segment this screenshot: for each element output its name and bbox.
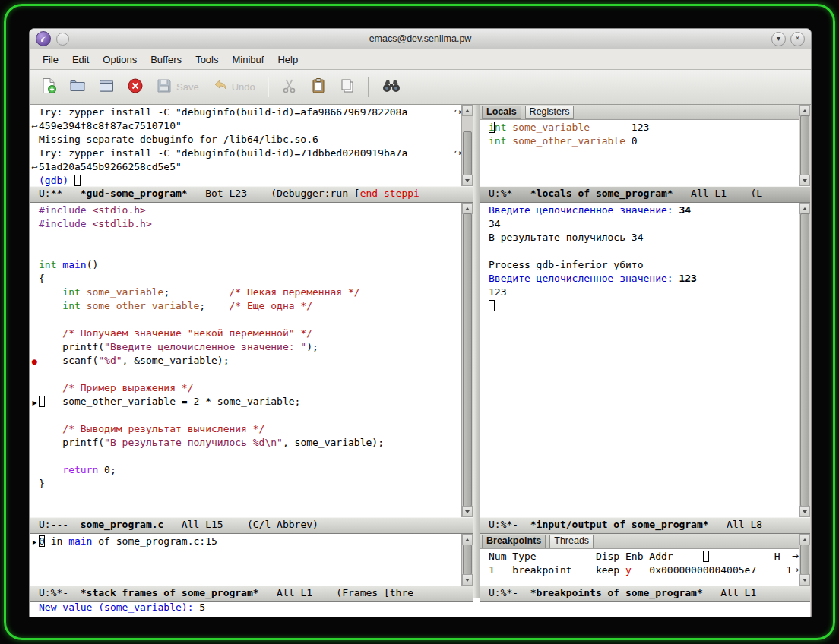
gud-modeline[interactable]: U:**- *gud-some_program* Bot L23 (Debugg… [30,186,473,203]
minibuffer[interactable]: New value (some_variable): 5 [30,598,810,617]
search-button[interactable] [376,73,407,101]
buffer-line: Try: zypper install -C "debuginfo(build-… [30,106,462,119]
fringe [480,518,489,532]
breakpoint-icon[interactable]: ● [32,355,38,368]
io-window[interactable]: Введите целочисленное значение: 3434В ре… [480,203,810,517]
breakpoints-header-line: Breakpoints Threads [480,534,799,549]
menubar: File Edit Options Buffers Tools Minibuf … [30,49,811,70]
tab-threads[interactable]: Threads [549,535,594,548]
scrollbar[interactable] [461,105,473,186]
source-buffer-window[interactable]: #include <stdio.h>#include <stdlib.h>int… [30,203,473,517]
buffer-line: New value (some_variable): 5 [30,601,810,614]
buffer-line: В результате получилось 34 [480,231,799,245]
buffer-line: U:%*- *input/output of some_program* All… [480,518,810,532]
copy-button[interactable] [334,73,361,101]
fringe [30,436,39,450]
cut-button[interactable] [276,73,303,101]
tab-breakpoints[interactable]: Breakpoints [482,535,546,548]
io-buffer-text[interactable]: Введите целочисленное значение: 3434В ре… [480,203,799,313]
close-buffer-button[interactable] [122,73,149,101]
fringe [30,518,39,532]
buffer-line [30,450,462,463]
window-divider[interactable] [473,105,480,598]
cursor-hollow [74,175,81,186]
buffer-line: Missing separate debuginfo for /lib64/li… [30,133,462,147]
cursor-hollow: 0 [39,535,45,547]
fringe: ▸ [30,535,39,548]
emacs-logo-icon [36,31,51,46]
menu-item-file[interactable]: File [36,52,65,68]
scrollbar-down-button[interactable] [462,175,473,186]
scrollbar-up-button[interactable] [462,203,473,214]
scrollbar-thumb[interactable] [463,213,472,507]
scrollbar-thumb[interactable] [800,213,809,507]
menu-item-edit[interactable]: Edit [65,52,96,68]
scrollbar-down-button[interactable] [799,574,810,586]
source-modeline[interactable]: U:--- some_program.c All L15 (C/l Abbrev… [30,517,473,534]
scrollbar-up-button[interactable] [462,534,473,545]
new-file-button[interactable] [35,73,62,101]
cursor-hollow [489,300,495,311]
scrollbar-up-button[interactable] [462,105,473,116]
scrollbar-thumb[interactable] [463,131,472,175]
tab-registers[interactable]: Registers [525,106,575,119]
breakpoints-window[interactable]: Breakpoints Threads Num Type Disp Enb Ad… [480,534,810,586]
buffer-line: int some_variable 123 [480,121,799,134]
buffer-line: #include <stdio.h> [30,204,462,217]
scrollbar[interactable] [799,203,810,517]
open-file-button[interactable] [64,73,91,101]
gud-buffer-window[interactable]: Try: zypper install -C "debuginfo(build-… [30,105,473,186]
stack-frames-window[interactable]: ▸0 in main of some_program.c:15 [30,534,473,586]
fringe [30,258,39,272]
menu-item-tools[interactable]: Tools [188,52,225,68]
gud-buffer-text[interactable]: Try: zypper install -C "debuginfo(build-… [30,105,462,186]
buffer-line: 123 [480,286,799,299]
titlebar[interactable]: emacs@dev.senlima.pw ▾ × [30,29,811,49]
dired-button[interactable] [93,73,120,101]
locals-modeline[interactable]: U:%*- *locals of some_program* All L1 (L [480,186,810,203]
stack-modeline[interactable]: U:%*- *stack frames of some_program* All… [30,586,473,602]
fringe [30,187,39,200]
scrollbar-thumb[interactable] [800,115,809,175]
scrollbar-thumb[interactable] [800,545,809,575]
scrollbar[interactable] [461,534,473,586]
scrollbar-down-button[interactable] [462,506,473,517]
scrollbar-thumb[interactable] [463,545,472,575]
scrollbar-up-button[interactable] [799,203,810,214]
breakpoints-buffer-text[interactable]: Num Type Disp Enb Addr H→1 breakpoint ke… [480,549,799,577]
scrollbar-down-button[interactable] [799,175,810,186]
buffer-line: int main() [30,258,462,272]
breakpoints-modeline[interactable]: U:%*- *breakpoints of some_program* All … [480,586,810,602]
scrollbar-up-button[interactable] [799,534,810,545]
buffer-line: U:--- some_program.c All L15 (C/l Abbrev… [30,518,473,532]
locals-window[interactable]: Locals Registers int some_variable 123in… [480,105,810,186]
save-button-label: Save [176,81,199,93]
buffer-line: Num Type Disp Enb Addr H→ [480,550,799,564]
io-modeline[interactable]: U:%*- *input/output of some_program* All… [480,517,810,534]
scrollbar-up-button[interactable] [799,105,810,116]
locals-buffer-text[interactable]: int some_variable 123int some_other_vari… [480,120,799,148]
save-button[interactable]: Save [150,73,204,101]
menu-item-buffers[interactable]: Buffers [144,52,188,68]
menu-item-help[interactable]: Help [271,52,305,68]
source-buffer-text[interactable]: #include <stdio.h>#include <stdlib.h>int… [30,203,462,491]
buffer-line: U:%*- *locals of some_program* All L1 (L [480,187,810,200]
clipboard-icon [310,77,327,97]
paste-button[interactable] [305,73,332,101]
fringe [480,204,489,217]
fringe [480,550,489,564]
undo-button[interactable]: Undo [206,73,261,101]
buffer-line: } [30,477,462,491]
scrollbar-down-button[interactable] [462,574,473,586]
stack-frames-text[interactable]: ▸0 in main of some_program.c:15 [30,534,462,548]
menu-item-minibuf[interactable]: Minibuf [225,52,271,68]
menu-item-options[interactable]: Options [96,52,144,68]
truncation-arrow-icon: → [792,564,799,577]
tab-locals[interactable]: Locals [482,106,521,119]
scrollbar[interactable] [461,203,473,517]
scrollbar-down-button[interactable] [799,506,810,517]
fringe: ↩ [30,119,39,133]
buffer-line [480,299,799,313]
scrollbar[interactable] [799,105,810,186]
scrollbar[interactable] [799,534,810,586]
